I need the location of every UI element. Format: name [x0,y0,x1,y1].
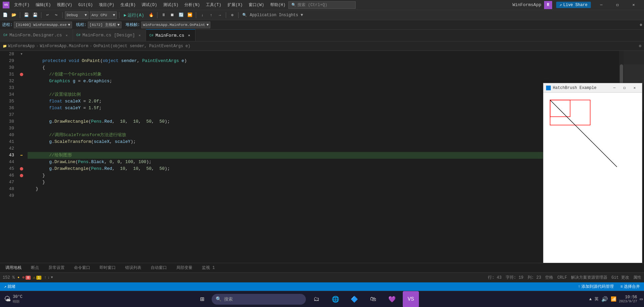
tab-design[interactable]: C# MainForm.cs [Design] ✕ [73,29,146,41]
filter-icon[interactable]: ⚙ [639,43,641,49]
taskbar-vs2-btn[interactable]: VS [403,291,419,307]
step-out-btn[interactable]: ↑ [207,11,215,19]
search-box[interactable]: 🔍 搜索 (Ctrl+Q) [288,1,356,9]
stop-btn[interactable]: ⏩ [186,11,193,19]
new-file-btn[interactable]: 📄 [1,11,9,19]
thread-label: 线程: [76,22,86,28]
bottom-tab-watch[interactable]: 监视 1 [199,263,217,273]
sep4 [119,12,119,18]
taskbar-show-desktop[interactable]: ▭ [640,296,643,302]
undo-btn[interactable]: ↩ [44,11,51,19]
menu-tools[interactable]: 工具(T) [203,1,224,8]
tab-designer-close[interactable]: ✕ [64,33,69,38]
run-button[interactable]: ▶ 运行(A) [122,11,146,19]
step-over2-btn[interactable]: → [216,11,223,19]
param-g5: g [49,165,52,172]
breakpoint-31[interactable] [20,73,23,76]
properties-link[interactable]: 属性 [633,275,641,280]
close-button[interactable]: ✕ [626,0,641,10]
restore-button[interactable]: ◻ [610,0,625,10]
error-info[interactable]: ⊗ 0 ⚠ 1 [22,275,41,280]
restart-btn[interactable]: 🔄 [177,11,185,19]
stack-dropdown[interactable]: WinFormsApp.MainForm.OnPaint ▼ [141,22,210,28]
start-button[interactable]: ⊞ [195,293,209,306]
taskbar-up-arrow[interactable]: ▲ [589,297,592,302]
git-changes-link[interactable]: Git 更改 [611,275,629,280]
process-dropdown[interactable]: [31400] WinFormsApp.exe ▼ [14,22,72,28]
status-ready[interactable]: ↗ 就绪 [3,284,17,289]
collapse-29[interactable]: ▼ [20,52,24,56]
thread-dropdown[interactable]: [6172] 主线程 ▼ [88,22,121,28]
tab-main[interactable]: C# MainForm.cs ✕ [146,29,195,41]
insights-btn[interactable]: 🔍 [241,11,248,19]
bottom-tab-command[interactable]: 命令窗口 [71,263,93,273]
live-share-button[interactable]: ↗ Live Share [556,2,591,8]
menu-view[interactable]: 视图(V) [54,1,75,8]
more-debug-btn[interactable]: ⚙ [228,11,236,19]
taskbar-edge-btn[interactable]: 🔷 [346,291,362,307]
menu-file[interactable]: 文件(F) [11,1,32,8]
step-into-btn[interactable]: ↓ [199,11,206,19]
menu-window[interactable]: 窗口(W) [246,1,267,8]
param-scaley: scaleY [65,105,81,112]
code-content[interactable]: protected void OnPaint ( object sender ,… [26,51,619,263]
menu-analyze[interactable]: 分析(N) [182,1,203,8]
minimize-button[interactable]: ─ [594,0,609,10]
hatch-minimize-button[interactable]: ─ [610,84,619,92]
pause-btn[interactable]: ⏹ [169,11,176,19]
type-graphics: Graphics [49,78,70,85]
build-error-btn[interactable]: 🔥 [147,11,155,19]
redo-btn[interactable]: ↪ [52,11,60,19]
save-btn[interactable]: 💾 [23,11,30,19]
taskbar-files-btn[interactable]: 🗂 [309,291,325,307]
filter-icon2[interactable]: ▼ [51,276,53,279]
gi-29 [17,58,26,64]
taskbar-search[interactable]: 🔍 搜索 [212,294,306,305]
sep2 [41,12,41,18]
bottom-tab-exceptions[interactable]: 异常设置 [46,263,67,273]
path-project-icon: 📁 [3,44,7,48]
menu-edit[interactable]: 编辑(E) [33,1,54,8]
menu-build[interactable]: 生成(B) [118,1,139,8]
tab-design-close[interactable]: ✕ [137,33,142,38]
menu-help[interactable]: 帮助(H) [267,1,288,8]
path-project[interactable]: WinFormsApp [8,44,35,49]
taskbar-vs-btn[interactable]: 💜 [384,291,400,307]
bottom-tab-locals[interactable]: 局部变量 [174,263,195,273]
taskbar-store-btn[interactable]: 🛍 [365,291,381,307]
taskbar-network[interactable]: 📶 [611,296,616,302]
bottom-tab-auto[interactable]: 自动窗口 [148,263,170,273]
taskbar-browser-btn[interactable]: 🌐 [327,291,344,307]
step-over-btn[interactable]: ⏸ [160,11,167,19]
open-btn[interactable]: 📂 [10,11,17,19]
menu-project[interactable]: 项目(P) [96,1,117,8]
up-arrow[interactable]: ↑ [44,275,46,280]
add-to-source-control[interactable]: ↑ 添加到源代码管理 [577,284,615,289]
punct-eq2: = [81,98,88,105]
tab-main-close[interactable]: ✕ [186,33,192,38]
bottom-tab-breakpoints[interactable]: 断点 [28,263,42,273]
menu-test[interactable]: 测试(S) [160,1,181,8]
breakpoint-45[interactable] [20,167,23,171]
bottom-tab-errors[interactable]: 错误列表 [122,263,144,273]
tab-designer[interactable]: C# MainForm.Designer.cs ✕ [0,29,73,41]
bottom-tab-immediate[interactable]: 即时窗口 [97,263,118,273]
path-class[interactable]: WinFormsApp.MainForm [40,44,88,49]
bottom-tab-callstack[interactable]: 调用地栈 [3,263,24,273]
ln-42: 42 [3,145,14,152]
cpu-dropdown[interactable]: Any CPU ▼ [90,11,117,19]
save-all-btn[interactable]: 💾 [31,11,39,19]
path-method[interactable]: OnPaint(object sender, PaintEventArgs e) [94,44,190,49]
punct-c1: , [112,118,120,125]
solution-explorer-link[interactable]: 解决方案资源管理器 [571,275,607,280]
menu-debug[interactable]: 调试(D) [139,1,160,8]
hatch-restore-button[interactable]: ◻ [620,84,629,92]
menu-extensions[interactable]: 扩展(X) [225,1,246,8]
breakpoint-46[interactable] [20,174,23,177]
debug-mode-dropdown[interactable]: Debug ▼ [65,11,88,19]
taskbar-volume[interactable]: 🔊 [601,296,608,303]
menu-git[interactable]: Git(G) [76,2,96,8]
hatch-close-button[interactable]: ✕ [630,84,639,92]
choose-repo[interactable]: ≡ 选择合并 [619,284,641,289]
down-arrow[interactable]: ↓ [47,275,50,280]
